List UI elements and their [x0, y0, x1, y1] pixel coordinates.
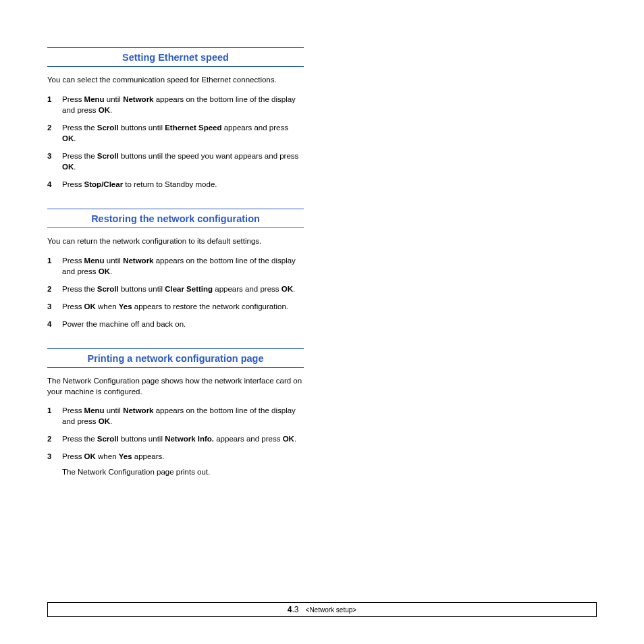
step-item: Press OK when Yes appears.The Network Co… — [47, 451, 304, 477]
section-intro: You can return the network configuration… — [47, 236, 304, 247]
document-page: Setting Ethernet speedYou can select the… — [0, 0, 644, 644]
step-note: The Network Configuration page prints ou… — [62, 466, 304, 477]
left-column: Setting Ethernet speedYou can select the… — [47, 47, 304, 477]
step-item: Press Menu until Network appears on the … — [47, 405, 304, 427]
section: Restoring the network configurationYou c… — [47, 209, 304, 329]
step-item: Press the Scroll buttons until Clear Set… — [47, 284, 304, 294]
step-item: Press OK when Yes appears to restore the… — [47, 301, 304, 312]
step-item: Press Stop/Clear to return to Standby mo… — [47, 179, 304, 190]
step-item: Press the Scroll buttons until the speed… — [47, 151, 304, 172]
section: Setting Ethernet speedYou can select the… — [47, 47, 304, 190]
section-intro: The Network Configuration page shows how… — [47, 376, 304, 397]
step-item: Press Menu until Network appears on the … — [47, 255, 304, 277]
step-item: Power the machine off and back on. — [47, 319, 304, 329]
section-heading: Setting Ethernet speed — [47, 47, 304, 67]
footer-page: .3 — [292, 605, 299, 614]
step-list: Press Menu until Network appears on the … — [47, 405, 304, 477]
page-footer: 4.3 <Network setup> — [47, 602, 597, 617]
step-item: Press the Scroll buttons until Network I… — [47, 433, 304, 444]
step-list: Press Menu until Network appears on the … — [47, 255, 304, 329]
section-heading: Restoring the network configuration — [47, 209, 304, 228]
footer-label: <Network setup> — [306, 606, 357, 614]
section-heading: Printing a network configuration page — [47, 348, 304, 368]
step-list: Press Menu until Network appears on the … — [47, 94, 304, 190]
section: Printing a network configuration pageThe… — [47, 348, 304, 477]
footer-chapter: 4 — [288, 605, 292, 614]
step-item: Press the Scroll buttons until Ethernet … — [47, 122, 304, 144]
step-item: Press Menu until Network appears on the … — [47, 94, 304, 115]
section-intro: You can select the communication speed f… — [47, 75, 304, 86]
